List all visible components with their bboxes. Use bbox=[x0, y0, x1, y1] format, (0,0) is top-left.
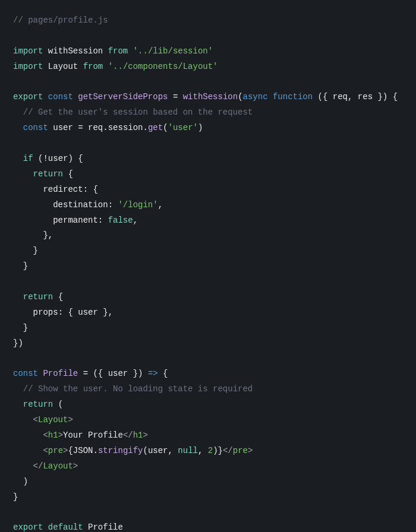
code-line-9: if (!user) { bbox=[13, 151, 403, 167]
code-line-3: import Layout from '../components/Layout… bbox=[13, 59, 403, 75]
code-line-30: ) bbox=[13, 474, 403, 490]
code-line-10: return { bbox=[13, 167, 403, 182]
code-line-31: } bbox=[13, 490, 403, 505]
code-line-26: <Layout> bbox=[13, 413, 403, 428]
code-line-6: // Get the user's session based on the r… bbox=[13, 105, 403, 121]
code-line-27: <h1>Your Profile</h1> bbox=[13, 428, 403, 444]
code-line-12: destination: '/login', bbox=[13, 198, 403, 213]
code-line-20: } bbox=[13, 321, 403, 336]
code-line-4 bbox=[13, 75, 403, 90]
code-line-8 bbox=[13, 136, 403, 151]
code-line-24: // Show the user. No loading state is re… bbox=[13, 382, 403, 397]
code-line-16: } bbox=[13, 259, 403, 274]
code-line-23: const Profile = ({ user }) => { bbox=[13, 366, 403, 382]
code-line-0: // pages/profile.js bbox=[13, 13, 403, 28]
code-line-19: props: { user }, bbox=[13, 305, 403, 321]
code-line-18: return { bbox=[13, 290, 403, 305]
code-line-11: redirect: { bbox=[13, 182, 403, 198]
code-line-2: import withSession from '../lib/session' bbox=[13, 44, 403, 59]
code-line-1 bbox=[13, 28, 403, 44]
code-line-7: const user = req.session.get('user') bbox=[13, 121, 403, 136]
code-line-29: </Layout> bbox=[13, 459, 403, 474]
code-line-14: }, bbox=[13, 228, 403, 243]
code-line-28: <pre>{JSON.stringify(user, null, 2)}</pr… bbox=[13, 444, 403, 459]
code-line-17 bbox=[13, 274, 403, 290]
code-line-5: export const getServerSideProps = withSe… bbox=[13, 90, 403, 105]
code-line-15: } bbox=[13, 243, 403, 259]
code-line-32 bbox=[13, 505, 403, 521]
code-block: // pages/profile.jsimport withSession fr… bbox=[13, 13, 403, 532]
code-line-21: }) bbox=[13, 336, 403, 352]
code-line-22 bbox=[13, 352, 403, 367]
code-line-33: export default Profile bbox=[13, 520, 403, 532]
code-line-25: return ( bbox=[13, 397, 403, 413]
code-line-13: permanent: false, bbox=[13, 213, 403, 229]
